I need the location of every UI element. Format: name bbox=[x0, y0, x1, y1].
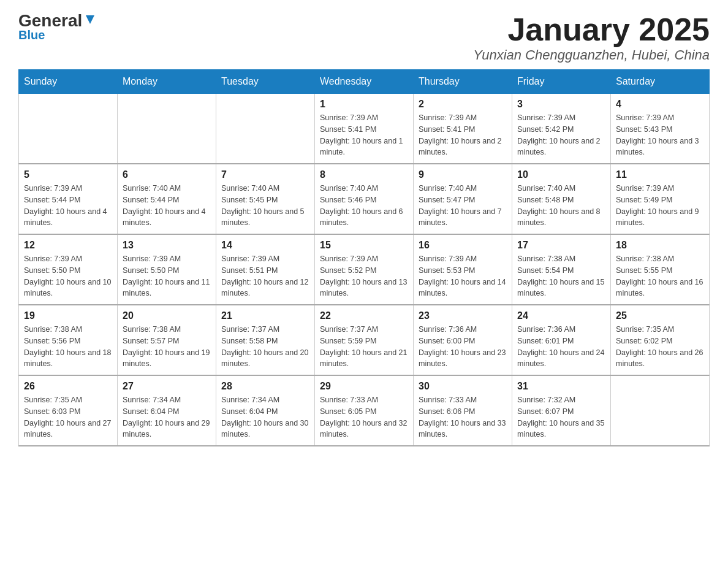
day-info: Sunrise: 7:39 AM Sunset: 5:52 PM Dayligh… bbox=[320, 253, 408, 299]
calendar-cell bbox=[19, 94, 118, 164]
day-number: 11 bbox=[616, 169, 704, 180]
day-number: 8 bbox=[320, 169, 408, 180]
day-info: Sunrise: 7:34 AM Sunset: 6:04 PM Dayligh… bbox=[221, 394, 309, 440]
calendar-cell: 26Sunrise: 7:35 AM Sunset: 6:03 PM Dayli… bbox=[19, 375, 118, 446]
day-number: 23 bbox=[419, 310, 507, 321]
calendar-cell: 27Sunrise: 7:34 AM Sunset: 6:04 PM Dayli… bbox=[118, 375, 216, 446]
calendar-cell: 5Sunrise: 7:39 AM Sunset: 5:44 PM Daylig… bbox=[19, 164, 118, 234]
day-info: Sunrise: 7:40 AM Sunset: 5:48 PM Dayligh… bbox=[517, 183, 605, 229]
week-row-5: 26Sunrise: 7:35 AM Sunset: 6:03 PM Dayli… bbox=[19, 375, 710, 446]
calendar-cell bbox=[611, 375, 710, 446]
main-title: January 2025 bbox=[473, 12, 710, 47]
day-info: Sunrise: 7:36 AM Sunset: 6:00 PM Dayligh… bbox=[419, 324, 507, 370]
calendar-cell: 9Sunrise: 7:40 AM Sunset: 5:47 PM Daylig… bbox=[414, 164, 512, 234]
day-number: 13 bbox=[123, 240, 211, 251]
day-info: Sunrise: 7:39 AM Sunset: 5:51 PM Dayligh… bbox=[221, 253, 309, 299]
day-number: 19 bbox=[24, 310, 112, 321]
day-info: Sunrise: 7:38 AM Sunset: 5:57 PM Dayligh… bbox=[123, 324, 211, 370]
subtitle: Yunxian Chengguanzhen, Hubei, China bbox=[473, 47, 710, 63]
day-info: Sunrise: 7:33 AM Sunset: 6:05 PM Dayligh… bbox=[320, 394, 408, 440]
day-info: Sunrise: 7:39 AM Sunset: 5:41 PM Dayligh… bbox=[419, 112, 507, 158]
calendar-header: SundayMondayTuesdayWednesdayThursdayFrid… bbox=[19, 70, 710, 94]
column-header-friday: Friday bbox=[512, 70, 611, 94]
day-number: 27 bbox=[123, 381, 211, 392]
day-info: Sunrise: 7:37 AM Sunset: 5:58 PM Dayligh… bbox=[221, 324, 309, 370]
day-number: 14 bbox=[221, 240, 309, 251]
day-number: 5 bbox=[24, 169, 112, 180]
calendar-cell: 2Sunrise: 7:39 AM Sunset: 5:41 PM Daylig… bbox=[414, 94, 512, 164]
day-info: Sunrise: 7:40 AM Sunset: 5:46 PM Dayligh… bbox=[320, 183, 408, 229]
day-info: Sunrise: 7:39 AM Sunset: 5:42 PM Dayligh… bbox=[517, 112, 605, 158]
calendar-cell: 30Sunrise: 7:33 AM Sunset: 6:06 PM Dayli… bbox=[414, 375, 512, 446]
calendar-cell bbox=[216, 94, 315, 164]
svg-marker-0 bbox=[86, 15, 94, 24]
header: General Blue January 2025 Yunxian Chengg… bbox=[18, 12, 710, 63]
day-info: Sunrise: 7:38 AM Sunset: 5:55 PM Dayligh… bbox=[616, 253, 704, 299]
day-number: 31 bbox=[517, 381, 605, 392]
column-header-thursday: Thursday bbox=[414, 70, 512, 94]
day-number: 2 bbox=[419, 99, 507, 110]
day-number: 17 bbox=[517, 240, 605, 251]
day-number: 18 bbox=[616, 240, 704, 251]
day-info: Sunrise: 7:35 AM Sunset: 6:02 PM Dayligh… bbox=[616, 324, 704, 370]
day-info: Sunrise: 7:39 AM Sunset: 5:50 PM Dayligh… bbox=[123, 253, 211, 299]
calendar-cell: 25Sunrise: 7:35 AM Sunset: 6:02 PM Dayli… bbox=[611, 305, 710, 375]
calendar-cell: 14Sunrise: 7:39 AM Sunset: 5:51 PM Dayli… bbox=[216, 234, 315, 305]
day-info: Sunrise: 7:40 AM Sunset: 5:44 PM Dayligh… bbox=[123, 183, 211, 229]
day-info: Sunrise: 7:40 AM Sunset: 5:47 PM Dayligh… bbox=[419, 183, 507, 229]
day-number: 4 bbox=[616, 99, 704, 110]
calendar-cell: 17Sunrise: 7:38 AM Sunset: 5:54 PM Dayli… bbox=[512, 234, 611, 305]
day-number: 12 bbox=[24, 240, 112, 251]
calendar-body: 1Sunrise: 7:39 AM Sunset: 5:41 PM Daylig… bbox=[19, 94, 710, 446]
column-header-tuesday: Tuesday bbox=[216, 70, 315, 94]
column-header-wednesday: Wednesday bbox=[315, 70, 414, 94]
calendar-cell: 29Sunrise: 7:33 AM Sunset: 6:05 PM Dayli… bbox=[315, 375, 414, 446]
column-header-monday: Monday bbox=[118, 70, 216, 94]
calendar-cell: 20Sunrise: 7:38 AM Sunset: 5:57 PM Dayli… bbox=[118, 305, 216, 375]
day-info: Sunrise: 7:39 AM Sunset: 5:43 PM Dayligh… bbox=[616, 112, 704, 158]
day-number: 7 bbox=[221, 169, 309, 180]
day-info: Sunrise: 7:33 AM Sunset: 6:06 PM Dayligh… bbox=[419, 394, 507, 440]
day-info: Sunrise: 7:32 AM Sunset: 6:07 PM Dayligh… bbox=[517, 394, 605, 440]
calendar-cell: 18Sunrise: 7:38 AM Sunset: 5:55 PM Dayli… bbox=[611, 234, 710, 305]
calendar-cell: 31Sunrise: 7:32 AM Sunset: 6:07 PM Dayli… bbox=[512, 375, 611, 446]
day-number: 15 bbox=[320, 240, 408, 251]
calendar-cell: 28Sunrise: 7:34 AM Sunset: 6:04 PM Dayli… bbox=[216, 375, 315, 446]
day-info: Sunrise: 7:39 AM Sunset: 5:41 PM Dayligh… bbox=[320, 112, 408, 158]
day-number: 25 bbox=[616, 310, 704, 321]
day-number: 9 bbox=[419, 169, 507, 180]
day-number: 30 bbox=[419, 381, 507, 392]
calendar-cell: 24Sunrise: 7:36 AM Sunset: 6:01 PM Dayli… bbox=[512, 305, 611, 375]
day-number: 16 bbox=[419, 240, 507, 251]
week-row-3: 12Sunrise: 7:39 AM Sunset: 5:50 PM Dayli… bbox=[19, 234, 710, 305]
calendar-cell: 16Sunrise: 7:39 AM Sunset: 5:53 PM Dayli… bbox=[414, 234, 512, 305]
week-row-4: 19Sunrise: 7:38 AM Sunset: 5:56 PM Dayli… bbox=[19, 305, 710, 375]
day-number: 29 bbox=[320, 381, 408, 392]
calendar-cell: 19Sunrise: 7:38 AM Sunset: 5:56 PM Dayli… bbox=[19, 305, 118, 375]
calendar-cell: 11Sunrise: 7:39 AM Sunset: 5:49 PM Dayli… bbox=[611, 164, 710, 234]
calendar-cell: 6Sunrise: 7:40 AM Sunset: 5:44 PM Daylig… bbox=[118, 164, 216, 234]
title-area: January 2025 Yunxian Chengguanzhen, Hube… bbox=[473, 12, 710, 63]
calendar-table: SundayMondayTuesdayWednesdayThursdayFrid… bbox=[18, 69, 710, 446]
day-info: Sunrise: 7:40 AM Sunset: 5:45 PM Dayligh… bbox=[221, 183, 309, 229]
day-info: Sunrise: 7:34 AM Sunset: 6:04 PM Dayligh… bbox=[123, 394, 211, 440]
day-number: 28 bbox=[221, 381, 309, 392]
day-number: 20 bbox=[123, 310, 211, 321]
calendar-cell: 10Sunrise: 7:40 AM Sunset: 5:48 PM Dayli… bbox=[512, 164, 611, 234]
day-info: Sunrise: 7:39 AM Sunset: 5:49 PM Dayligh… bbox=[616, 183, 704, 229]
day-info: Sunrise: 7:39 AM Sunset: 5:53 PM Dayligh… bbox=[419, 253, 507, 299]
logo-triangle-icon bbox=[83, 13, 97, 26]
calendar-cell: 8Sunrise: 7:40 AM Sunset: 5:46 PM Daylig… bbox=[315, 164, 414, 234]
day-number: 21 bbox=[221, 310, 309, 321]
calendar-cell bbox=[118, 94, 216, 164]
day-info: Sunrise: 7:38 AM Sunset: 5:56 PM Dayligh… bbox=[24, 324, 112, 370]
day-number: 3 bbox=[517, 99, 605, 110]
calendar-cell: 4Sunrise: 7:39 AM Sunset: 5:43 PM Daylig… bbox=[611, 94, 710, 164]
day-info: Sunrise: 7:39 AM Sunset: 5:50 PM Dayligh… bbox=[24, 253, 112, 299]
day-number: 24 bbox=[517, 310, 605, 321]
day-info: Sunrise: 7:39 AM Sunset: 5:44 PM Dayligh… bbox=[24, 183, 112, 229]
day-info: Sunrise: 7:35 AM Sunset: 6:03 PM Dayligh… bbox=[24, 394, 112, 440]
day-info: Sunrise: 7:36 AM Sunset: 6:01 PM Dayligh… bbox=[517, 324, 605, 370]
calendar-cell: 3Sunrise: 7:39 AM Sunset: 5:42 PM Daylig… bbox=[512, 94, 611, 164]
logo-blue-text: Blue bbox=[18, 28, 45, 42]
